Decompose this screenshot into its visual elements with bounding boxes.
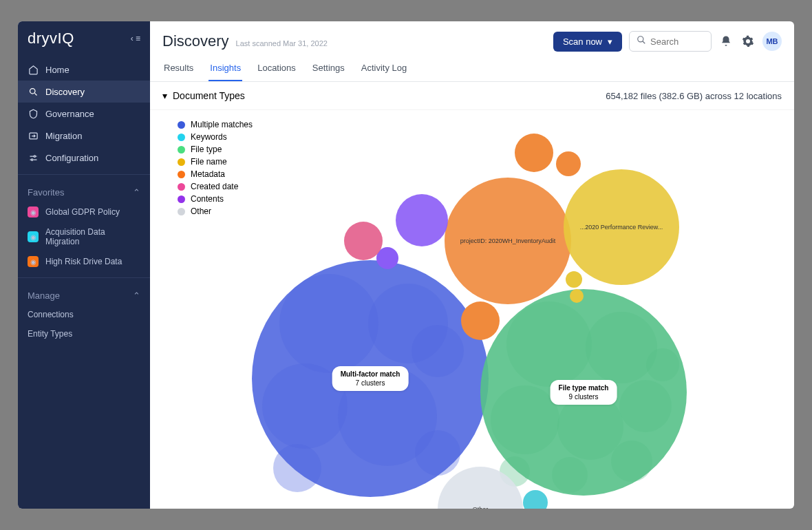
- nav-migration[interactable]: Migration: [18, 125, 150, 147]
- favorites-section-header[interactable]: Favorites ⌃: [18, 180, 150, 202]
- bubble[interactable]: [515, 134, 553, 172]
- section-title: Document Types: [173, 90, 245, 101]
- home-icon: [28, 64, 39, 75]
- bubble[interactable]: [523, 490, 548, 509]
- bubble-inline-label: projectID: 2020WH_InventoryAudit: [460, 237, 556, 244]
- favorite-item[interactable]: ◉High Risk Drive Data: [18, 251, 150, 272]
- bubble[interactable]: [552, 457, 588, 493]
- bell-icon: [720, 35, 732, 47]
- bubble[interactable]: [412, 325, 464, 377]
- discovery-icon: [28, 86, 39, 97]
- section-label: Manage: [28, 290, 60, 301]
- nav-configuration[interactable]: Configuration: [18, 147, 150, 169]
- file-stats: 654,182 files (382.6 GB) across 12 locat…: [606, 91, 782, 101]
- favorite-icon: ◉: [28, 206, 39, 218]
- sliders-icon: [28, 152, 39, 163]
- section-label: Favorites: [28, 187, 64, 198]
- chevron-up-icon: ⌃: [133, 187, 140, 198]
- chevron-down-icon: ▾: [608, 36, 612, 47]
- bubble[interactable]: [491, 385, 559, 454]
- favorite-label: High Risk Drive Data: [45, 257, 122, 266]
- shield-icon: [28, 108, 39, 119]
- favorite-label: Global GDPR Policy: [45, 207, 120, 217]
- search-icon: [637, 35, 646, 47]
- bubble[interactable]: [570, 289, 584, 303]
- manage-item[interactable]: Entity Types: [18, 324, 150, 343]
- nav-label: Discovery: [45, 87, 85, 97]
- bubble[interactable]: [586, 312, 657, 383]
- favorite-item[interactable]: ◉Acquisition Data Migration: [18, 222, 150, 251]
- sidebar: dryvIQ ‹ ≡ Home Discovery Governance Mig…: [18, 21, 150, 509]
- page-title: Discovery: [162, 32, 229, 50]
- manage-item[interactable]: Connections: [18, 305, 150, 324]
- bubble-label: Multi-factor match7 clusters: [332, 366, 409, 391]
- svg-point-2: [34, 155, 36, 157]
- bubble[interactable]: [415, 430, 460, 476]
- migration-icon: [28, 130, 39, 141]
- bubble[interactable]: [396, 194, 448, 246]
- svg-point-4: [638, 36, 643, 42]
- last-scanned-label: Last scanned Mar 31, 2022: [236, 39, 328, 47]
- bubble-chart[interactable]: Multi-factor match7 clustersFile type ma…: [150, 110, 794, 509]
- bubble[interactable]: [611, 441, 652, 482]
- tab-activity-log[interactable]: Activity Log: [360, 57, 408, 81]
- collapse-section-icon[interactable]: ▾: [162, 90, 167, 101]
- bubble[interactable]: [279, 274, 378, 373]
- bubble-inline-label: ...2020 Performance Review...: [580, 224, 663, 231]
- favorite-icon: ◉: [28, 231, 39, 242]
- button-label: Scan now: [563, 36, 602, 47]
- notifications-button[interactable]: [718, 34, 734, 49]
- nav-label: Configuration: [45, 153, 98, 163]
- nav-governance[interactable]: Governance: [18, 103, 150, 125]
- svg-point-3: [31, 158, 33, 160]
- manage-section-header[interactable]: Manage ⌃: [18, 284, 150, 305]
- favorite-label: Acquisition Data Migration: [45, 227, 140, 246]
- favorite-icon: ◉: [28, 256, 39, 267]
- main-content: Discovery Last scanned Mar 31, 2022 Scan…: [150, 21, 794, 509]
- scan-now-button[interactable]: Scan now ▾: [553, 32, 622, 52]
- tab-insights[interactable]: Insights: [209, 57, 242, 81]
- bubble[interactable]: [506, 301, 592, 387]
- search-input[interactable]: [650, 36, 704, 47]
- bubble[interactable]: [344, 222, 383, 260]
- search-box[interactable]: [629, 31, 712, 52]
- chevron-up-icon: ⌃: [133, 290, 140, 301]
- tab-settings[interactable]: Settings: [311, 57, 346, 81]
- bubble[interactable]: [461, 301, 500, 340]
- bubble[interactable]: [273, 444, 321, 492]
- nav-discovery[interactable]: Discovery: [18, 81, 150, 103]
- bubble[interactable]: [619, 380, 672, 432]
- nav-label: Home: [45, 65, 70, 75]
- tab-results[interactable]: Results: [162, 57, 195, 81]
- svg-point-0: [30, 88, 35, 94]
- bubble[interactable]: [566, 271, 582, 288]
- logo: dryvIQ: [28, 30, 74, 47]
- bubble-label: File type match9 clusters: [551, 380, 617, 405]
- tab-locations[interactable]: Locations: [256, 57, 297, 81]
- gear-icon: [742, 35, 754, 47]
- nav-label: Governance: [45, 109, 94, 119]
- nav-label: Migration: [45, 131, 82, 141]
- bubble[interactable]: [646, 348, 679, 381]
- nav-home[interactable]: Home: [18, 59, 150, 81]
- settings-button[interactable]: [740, 34, 756, 49]
- manage-label: Connections: [28, 310, 74, 319]
- collapse-sidebar-button[interactable]: ‹ ≡: [131, 34, 140, 43]
- bubble[interactable]: [556, 151, 581, 176]
- user-avatar[interactable]: MB: [762, 32, 782, 51]
- favorite-item[interactable]: ◉Global GDPR Policy: [18, 202, 150, 222]
- bubble-inline-label: Other: [473, 506, 489, 509]
- tab-bar: ResultsInsightsLocationsSettingsActivity…: [162, 57, 782, 81]
- manage-label: Entity Types: [28, 329, 72, 339]
